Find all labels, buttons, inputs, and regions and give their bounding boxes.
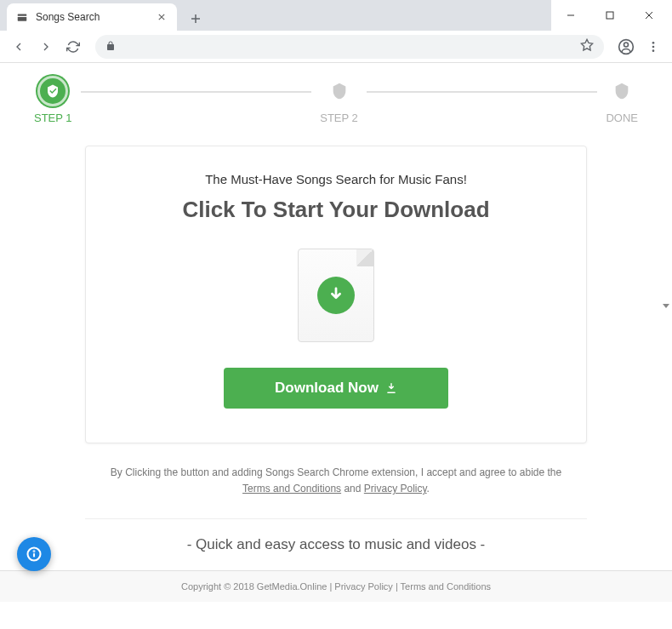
- step-2-label: STEP 2: [320, 112, 358, 124]
- tab-title: Songs Search: [36, 11, 100, 23]
- copyright-text: Copyright © 2018 GetMedia.Online: [181, 581, 327, 592]
- reload-button[interactable]: [61, 35, 85, 59]
- svg-point-11: [34, 551, 35, 552]
- scroll-down-icon[interactable]: [662, 301, 670, 310]
- star-icon[interactable]: [580, 38, 594, 55]
- progress-steps: STEP 1 STEP 2 DONE: [0, 63, 672, 137]
- step-1-label: STEP 1: [34, 112, 72, 124]
- card-subtitle: The Must-Have Songs Search for Music Fan…: [120, 172, 552, 186]
- svg-point-5: [624, 43, 629, 47]
- info-bubble-button[interactable]: [17, 537, 51, 571]
- page-footer: Copyright © 2018 GetMedia.Online | Priva…: [0, 570, 672, 602]
- download-now-button[interactable]: Download Now: [224, 368, 448, 409]
- forward-button[interactable]: [34, 35, 58, 59]
- disclaimer-text: By Clicking the button and adding Songs …: [0, 452, 672, 510]
- window-minimize-button[interactable]: [551, 2, 590, 29]
- download-card: The Must-Have Songs Search for Music Fan…: [85, 146, 587, 443]
- tab-close-button[interactable]: [155, 10, 168, 24]
- info-icon: [26, 546, 43, 563]
- lock-icon: [105, 39, 116, 54]
- window-close-button[interactable]: [629, 2, 669, 29]
- svg-point-6: [652, 42, 655, 44]
- terms-link[interactable]: Terms and Conditions: [242, 483, 341, 495]
- browser-tab-bar: Songs Search: [0, 0, 672, 31]
- footer-terms-link[interactable]: Terms and Conditions: [401, 581, 491, 592]
- window-maximize-button[interactable]: [590, 2, 629, 29]
- page-content: STEP 1 STEP 2 DONE The Must-Have Songs S…: [0, 63, 672, 602]
- back-button[interactable]: [7, 35, 31, 59]
- svg-marker-3: [581, 39, 592, 50]
- footer-privacy-link[interactable]: Privacy Policy: [334, 581, 392, 592]
- svg-point-7: [652, 45, 655, 48]
- step-done: DONE: [606, 76, 638, 124]
- address-bar[interactable]: [95, 35, 604, 59]
- step-1: STEP 1: [34, 76, 72, 124]
- shield-check-icon: [37, 76, 68, 106]
- step-connector: [367, 91, 598, 93]
- tab-favicon-icon: [15, 10, 29, 24]
- profile-button[interactable]: [614, 35, 638, 59]
- card-title: Click To Start Your Download: [120, 197, 552, 223]
- svg-rect-0: [18, 14, 27, 16]
- download-arrow-icon: [317, 277, 355, 314]
- step-2: STEP 2: [320, 76, 358, 124]
- browser-toolbar: [0, 31, 672, 63]
- download-button-label: Download Now: [275, 380, 379, 397]
- feature-text: - Quick and easy access to music and vid…: [85, 518, 587, 570]
- new-tab-button[interactable]: [184, 7, 208, 31]
- shield-icon: [607, 76, 637, 106]
- browser-tab[interactable]: Songs Search: [7, 3, 177, 31]
- privacy-link[interactable]: Privacy Policy: [364, 483, 427, 495]
- svg-rect-2: [607, 12, 613, 19]
- shield-icon: [324, 76, 355, 106]
- step-connector: [81, 91, 312, 93]
- file-download-icon: [298, 249, 374, 342]
- menu-button[interactable]: [641, 35, 665, 59]
- svg-rect-1: [18, 17, 27, 21]
- step-done-label: DONE: [606, 112, 638, 124]
- svg-point-8: [652, 49, 655, 52]
- download-icon: [385, 382, 397, 394]
